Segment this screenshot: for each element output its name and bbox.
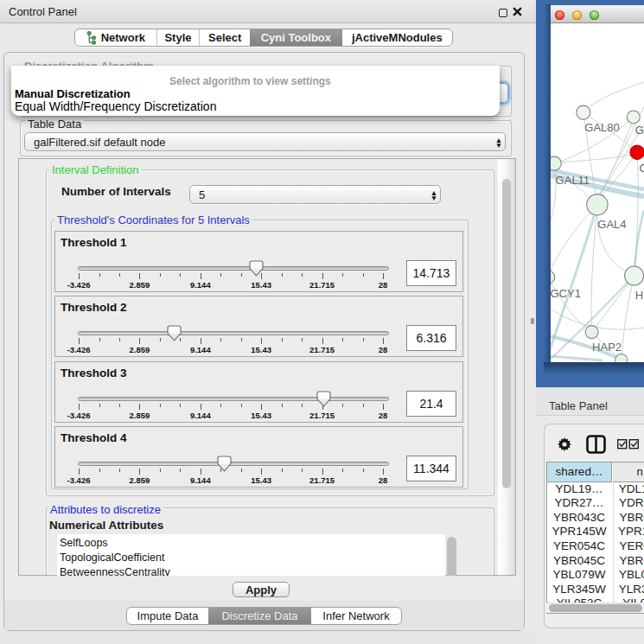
svg-text:H: H <box>635 289 643 302</box>
svg-text:GAL11: GAL11 <box>556 174 590 187</box>
svg-text:HAP2: HAP2 <box>592 341 622 354</box>
svg-text:GA: GA <box>635 124 644 137</box>
svg-text:GCY1: GCY1 <box>551 287 581 300</box>
svg-text:GAL80: GAL80 <box>584 121 619 134</box>
svg-text:C: C <box>640 162 644 175</box>
svg-text:GAL4: GAL4 <box>597 218 626 231</box>
